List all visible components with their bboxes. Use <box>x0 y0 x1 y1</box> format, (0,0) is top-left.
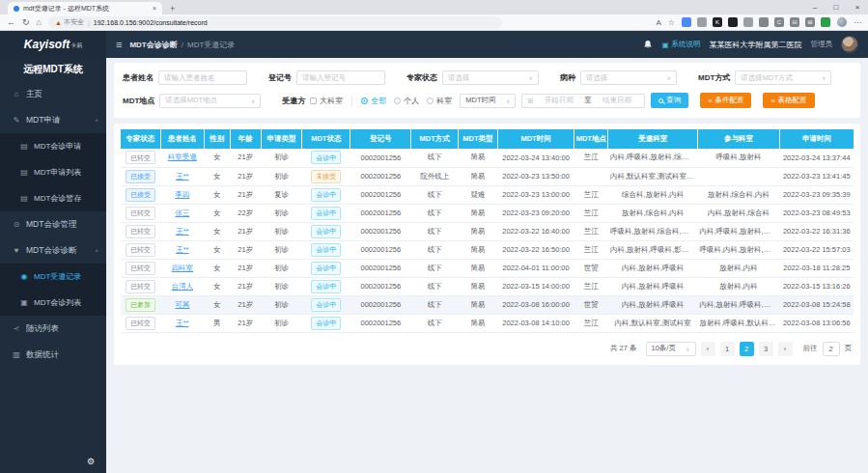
status-badge: 会诊中 <box>311 188 341 202</box>
patient-name-link[interactable]: 王** <box>176 227 188 236</box>
system-help-link[interactable]: ▣ 系统说明 <box>661 40 700 49</box>
page-button-1[interactable]: 1 <box>720 342 735 356</box>
page-size-select[interactable]: 10条/页 ∨ <box>646 342 696 356</box>
mdt-type-cell: 简易 <box>458 314 497 332</box>
favorite-star-icon[interactable]: ☆ <box>668 18 675 27</box>
age-cell: 21岁 <box>230 314 261 332</box>
ext-copy-icon[interactable] <box>697 17 707 27</box>
patient-name-link[interactable]: 李四 <box>175 190 189 199</box>
sidebar-item-MDT会诊列表[interactable]: ▣MDT会诊列表 <box>0 290 106 316</box>
mdt-mode-select[interactable]: 请选择MDT方式∨ <box>735 70 831 85</box>
status-badge: 会诊中 <box>311 298 341 312</box>
sidebar-item-数据统计[interactable]: ▥数据统计 <box>0 342 106 368</box>
browser-profile-avatar[interactable] <box>837 17 847 27</box>
sidebar-item-MDT会诊暂存[interactable]: ▤MDT会诊暂存 <box>0 185 106 211</box>
home-icon[interactable]: ⌂ <box>37 18 42 27</box>
mdt-mode-cell: 线下 <box>411 295 458 314</box>
patient-name-input[interactable]: 请输入患者姓名 <box>158 70 247 85</box>
new-tab-button[interactable]: + <box>170 4 175 14</box>
sidebar-item-MDT申请列表[interactable]: ▤MDT申请列表 <box>0 159 106 185</box>
next-page-button[interactable]: › <box>778 342 793 356</box>
apply-time-cell: 2022-03-18 11:28:25 <box>780 259 854 277</box>
maximize-button[interactable]: □ <box>826 0 847 14</box>
patient-name-link[interactable]: 王** <box>176 172 188 181</box>
sidebar-item-MDT受邀记录[interactable]: ◉MDT受邀记录 <box>0 264 106 290</box>
bell-icon[interactable] <box>643 40 653 49</box>
ext-blue-icon[interactable] <box>682 17 691 27</box>
radio-科室[interactable]: 科室 <box>427 96 452 106</box>
big-dept-checkbox[interactable] <box>310 97 317 104</box>
invited-depts-cell: 内科,放射科,呼吸科,影像科 <box>608 240 697 259</box>
sidebar-item-随访列表[interactable]: ≺随访列表 <box>0 316 106 342</box>
ext-shield-icon[interactable] <box>821 17 830 27</box>
sidebar-item-MDT会诊申请[interactable]: ▤MDT会诊申请 <box>0 133 106 159</box>
sliders-icon: ≡ <box>770 97 774 104</box>
patient-name-link[interactable]: 四科室 <box>172 264 194 272</box>
patient-name-link[interactable]: 王** <box>176 245 188 254</box>
date-range-picker[interactable]: ⊞ 开始日期 至 结束日期 <box>521 94 645 108</box>
apply-type-cell: 初诊 <box>261 277 302 295</box>
user-avatar[interactable] <box>841 36 858 53</box>
mdt-place-select[interactable]: 请选择MDT地点 ∨ <box>159 94 261 108</box>
browser-tab[interactable]: mdt受邀记录 - 远程MDT系统 × <box>8 2 162 14</box>
status-badge: 已转交 <box>126 225 155 238</box>
sidebar-item-MDT会诊管理[interactable]: ⊙MDT会诊管理 <box>0 211 106 237</box>
app-logo: Kayisoft 卡易 <box>0 31 106 58</box>
page-button-2[interactable]: 2 <box>740 342 754 356</box>
extension-icons: KC⊟⊞ <box>682 17 830 27</box>
prev-page-button[interactable]: ‹ <box>701 342 715 356</box>
minimize-button[interactable]: – <box>804 0 826 14</box>
ext-gray-icon[interactable] <box>743 17 753 27</box>
radio-个人[interactable]: 个人 <box>394 96 419 106</box>
expert-status-select[interactable]: 请选择∨ <box>442 70 539 85</box>
radio-全部[interactable]: 全部 <box>361 96 386 106</box>
header-right: ▣ 系统说明 某某医科大学附属第二医院 管理员 <box>643 36 868 53</box>
read-aloud-icon[interactable]: A <box>656 18 660 27</box>
join-depts-cell: 放射科,内科 <box>697 259 779 277</box>
close-button[interactable]: × <box>847 0 868 14</box>
clock-icon: ⊙ <box>12 220 21 229</box>
ext-dark-k-icon[interactable]: K <box>713 17 722 27</box>
mdt-time-cell: 2022-03-23 13:50:00 <box>497 167 574 185</box>
table-config-button[interactable]: ≡ 表格配置 <box>763 93 814 108</box>
ext-split-icon[interactable]: ⊟ <box>790 17 799 27</box>
column-header: 专家状态 <box>121 129 160 149</box>
sidebar-collapse-icon[interactable]: ≡ <box>116 39 122 50</box>
sidebar-item-MDT会诊诊断[interactable]: ♥MDT会诊诊断˄ <box>0 237 106 264</box>
list-icon: ▤ <box>19 168 29 177</box>
refresh-icon[interactable]: ↻ <box>22 18 30 27</box>
sidebar-item-MDT申请[interactable]: ✎MDT申请˄ <box>0 107 106 133</box>
disease-select[interactable]: 请选择∨ <box>580 70 677 85</box>
expert-status-filter: 专家状态请选择∨ <box>406 70 539 85</box>
join-depts-cell: 放射科,呼吸科,默认科室,测... <box>697 314 779 332</box>
back-icon[interactable]: ← <box>7 18 15 27</box>
patient-name-link[interactable]: 王** <box>176 319 188 327</box>
goto-page-input[interactable]: 2 <box>823 342 840 356</box>
page-button-3[interactable]: 3 <box>759 342 773 356</box>
tab-close-icon[interactable]: × <box>153 5 156 12</box>
breadcrumb-parent[interactable]: MDT会诊诊断 <box>129 40 177 50</box>
patient-name-link[interactable]: 可其 <box>175 300 189 309</box>
apply-time-cell: 2022-03-23 13:41:45 <box>780 167 854 185</box>
mdt-time-cell: 2022-03-22 16:40:00 <box>497 222 574 240</box>
patient-name-link[interactable]: 张三 <box>175 209 189 217</box>
register-no-input[interactable]: 请输入登记号 <box>296 70 385 85</box>
sidebar-item-主页[interactable]: ⌂主页 <box>0 81 106 107</box>
ext-sync-icon[interactable]: C <box>774 17 784 27</box>
ext-mute-icon[interactable] <box>759 17 769 27</box>
condition-config-button[interactable]: ≡ 条件配置 <box>700 93 751 108</box>
status-badge: 会诊中 <box>311 262 341 275</box>
settings-gear-icon[interactable]: ⚙ <box>87 457 95 466</box>
disease-filter: 病种请选择∨ <box>560 70 677 85</box>
mdt-time-select[interactable]: MDT时间 ∨ <box>460 94 516 108</box>
patient-name-link[interactable]: 台湾人 <box>172 282 194 291</box>
ext-dark-icon[interactable] <box>728 17 738 27</box>
security-indicator[interactable]: ▲ 不安全 <box>55 17 84 27</box>
ext-hub-icon[interactable]: ⊞ <box>805 17 815 27</box>
more-menu-icon[interactable]: ⋯ <box>854 18 861 27</box>
search-button[interactable]: 查询 <box>651 93 688 108</box>
address-bar[interactable]: ▲ 不安全 | 192.168.0.156:9002/consultate/re… <box>48 16 502 29</box>
patient-name-link[interactable]: 科室受邀 <box>168 153 197 161</box>
apply-time-cell: 2022-03-23 08:49:53 <box>780 204 854 222</box>
status-badge: 会诊中 <box>311 317 341 330</box>
